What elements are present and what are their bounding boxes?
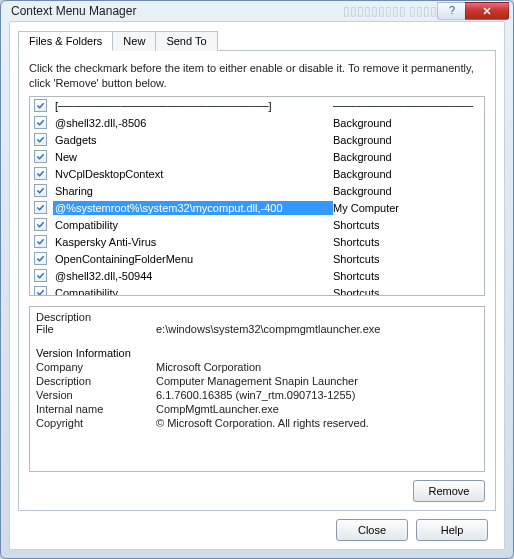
check-icon bbox=[36, 203, 45, 212]
window-title: Context Menu Manager bbox=[11, 4, 335, 18]
item-category: Background bbox=[333, 185, 480, 197]
item-category: Shortcuts bbox=[333, 287, 480, 297]
question-icon: ? bbox=[447, 6, 457, 16]
list-item[interactable]: [───────────────────────────]───────────… bbox=[30, 97, 484, 114]
tab-send-to[interactable]: Send To bbox=[155, 31, 217, 51]
close-button[interactable]: Close bbox=[336, 519, 408, 541]
item-category: Background bbox=[333, 134, 480, 146]
tab-strip: Files & FoldersNewSend To bbox=[18, 31, 496, 51]
check-icon bbox=[36, 135, 45, 144]
checkbox[interactable] bbox=[34, 269, 47, 282]
checkbox[interactable] bbox=[34, 184, 47, 197]
tab-panel: Click the checkmark before the item to e… bbox=[18, 50, 496, 511]
check-icon bbox=[36, 101, 45, 110]
item-category: My Computer bbox=[333, 202, 480, 214]
list-item[interactable]: @shell32.dll,-50944Shortcuts bbox=[30, 267, 484, 284]
detail-value: 6.1.7600.16385 (win7_rtm.090713-1255) bbox=[156, 389, 478, 401]
client-area: Files & FoldersNewSend To Click the chec… bbox=[9, 21, 505, 550]
item-name: OpenContainingFolderMenu bbox=[53, 252, 333, 266]
item-name: New bbox=[53, 150, 333, 164]
check-icon bbox=[36, 254, 45, 263]
item-name: @%systemroot%\system32\mycomput.dll,-400 bbox=[53, 201, 333, 215]
list-item[interactable]: NvCplDesktopContextBackground bbox=[30, 165, 484, 182]
list-item[interactable]: @shell32.dll,-8506Background bbox=[30, 114, 484, 131]
item-category: Shortcuts bbox=[333, 270, 480, 282]
item-name: Kaspersky Anti-Virus bbox=[53, 235, 333, 249]
window: Context Menu Manager ▯▯▯▯▯▯▯▯▯ ▯▯▯▯ ? Fi… bbox=[0, 0, 514, 559]
details-header-version: Version Information bbox=[36, 347, 478, 359]
detail-key: Copyright bbox=[36, 417, 156, 429]
check-icon bbox=[36, 237, 45, 246]
checkbox[interactable] bbox=[34, 99, 47, 112]
list-item[interactable]: SharingBackground bbox=[30, 182, 484, 199]
detail-value: © Microsoft Corporation. All rights rese… bbox=[156, 417, 478, 429]
background-window-text: ▯▯▯▯▯▯▯▯▯ ▯▯▯▯ bbox=[343, 4, 437, 18]
check-icon bbox=[36, 118, 45, 127]
item-category: ────────────────── bbox=[333, 100, 480, 112]
item-name: NvCplDesktopContext bbox=[53, 167, 333, 181]
detail-value: e:\windows\system32\compmgmtlauncher.exe bbox=[156, 323, 478, 335]
detail-value: Microsoft Corporation bbox=[156, 361, 478, 373]
detail-value: CompMgmtLauncher.exe bbox=[156, 403, 478, 415]
check-icon bbox=[36, 169, 45, 178]
detail-key: Internal name bbox=[36, 403, 156, 415]
checkbox[interactable] bbox=[34, 116, 47, 129]
list-item[interactable]: OpenContainingFolderMenuShortcuts bbox=[30, 250, 484, 267]
tab-new[interactable]: New bbox=[112, 31, 156, 51]
list-item[interactable]: GadgetsBackground bbox=[30, 131, 484, 148]
item-category: Shortcuts bbox=[333, 253, 480, 265]
checkbox[interactable] bbox=[34, 150, 47, 163]
tab-files-folders[interactable]: Files & Folders bbox=[18, 31, 113, 51]
check-icon bbox=[36, 152, 45, 161]
item-category: Background bbox=[333, 168, 480, 180]
item-category: Background bbox=[333, 117, 480, 129]
details-header-description: Description bbox=[36, 311, 156, 323]
item-category: Shortcuts bbox=[333, 236, 480, 248]
item-name: Sharing bbox=[53, 184, 333, 198]
detail-value: Computer Management Snapin Launcher bbox=[156, 375, 478, 387]
item-category: Background bbox=[333, 151, 480, 163]
list-item[interactable]: CompatibilityShortcuts bbox=[30, 216, 484, 233]
checkbox[interactable] bbox=[34, 218, 47, 231]
detail-key: Version bbox=[36, 389, 156, 401]
list-item[interactable]: NewBackground bbox=[30, 148, 484, 165]
check-icon bbox=[36, 186, 45, 195]
list-item[interactable]: CompatibilityShortcuts bbox=[30, 284, 484, 296]
check-icon bbox=[36, 271, 45, 280]
item-name: Compatibility bbox=[53, 286, 333, 297]
checkbox[interactable] bbox=[34, 286, 47, 296]
item-name: @shell32.dll,-50944 bbox=[53, 269, 333, 283]
detail-key: Description bbox=[36, 375, 156, 387]
titlebar[interactable]: Context Menu Manager ▯▯▯▯▯▯▯▯▯ ▯▯▯▯ ? bbox=[1, 1, 513, 21]
item-category: Shortcuts bbox=[333, 219, 480, 231]
item-name: Gadgets bbox=[53, 133, 333, 147]
list-item[interactable]: Kaspersky Anti-VirusShortcuts bbox=[30, 233, 484, 250]
item-name: @shell32.dll,-8506 bbox=[53, 116, 333, 130]
checkbox[interactable] bbox=[34, 235, 47, 248]
detail-key: Company bbox=[36, 361, 156, 373]
item-name: Compatibility bbox=[53, 218, 333, 232]
items-list[interactable]: [───────────────────────────]───────────… bbox=[29, 96, 485, 296]
remove-button[interactable]: Remove bbox=[413, 480, 485, 502]
help-button[interactable]: Help bbox=[416, 519, 488, 541]
checkbox[interactable] bbox=[34, 167, 47, 180]
close-icon bbox=[482, 6, 492, 16]
checkbox[interactable] bbox=[34, 133, 47, 146]
details-panel[interactable]: Description Filee:\windows\system32\comp… bbox=[29, 306, 485, 472]
list-item[interactable]: @%systemroot%\system32\mycomput.dll,-400… bbox=[30, 199, 484, 216]
help-button-titlebar[interactable]: ? bbox=[437, 2, 465, 20]
svg-text:?: ? bbox=[449, 6, 455, 16]
checkbox[interactable] bbox=[34, 252, 47, 265]
item-name: [───────────────────────────] bbox=[53, 99, 333, 113]
checkbox[interactable] bbox=[34, 201, 47, 214]
close-window-button[interactable] bbox=[465, 2, 509, 20]
check-icon bbox=[36, 288, 45, 296]
check-icon bbox=[36, 220, 45, 229]
instruction-text: Click the checkmark before the item to e… bbox=[29, 61, 485, 90]
detail-key: File bbox=[36, 323, 156, 335]
